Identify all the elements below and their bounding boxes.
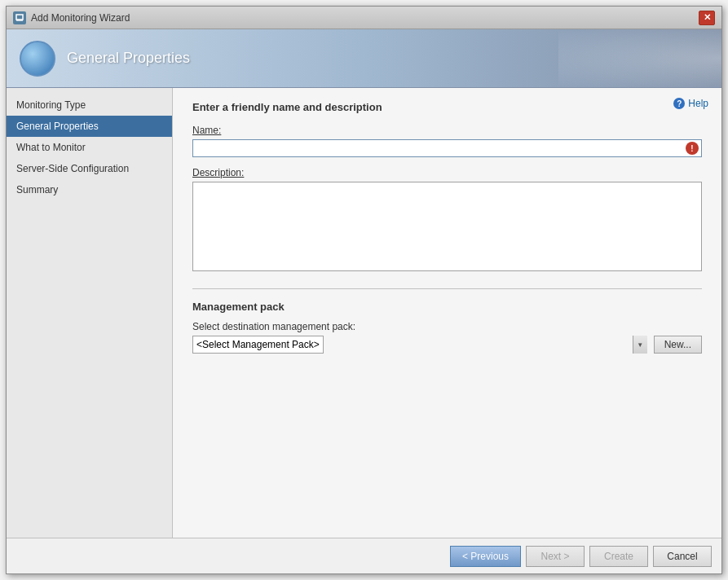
- description-label: Description:: [192, 167, 702, 178]
- help-label: Help: [688, 98, 708, 109]
- wizard-header-icon: [20, 41, 55, 77]
- name-error-icon: !: [686, 142, 699, 155]
- wizard-sidebar: Monitoring Type General Properties What …: [7, 88, 173, 538]
- wizard-header: General Properties: [7, 29, 721, 88]
- new-button[interactable]: New...: [654, 336, 702, 354]
- name-field-wrapper: !: [192, 139, 702, 157]
- title-bar: Add Monitoring Wizard ✕: [7, 7, 721, 29]
- close-button[interactable]: ✕: [699, 11, 715, 25]
- select-arrow-icon: ▼: [633, 336, 647, 354]
- name-label: Name:: [192, 125, 702, 136]
- select-row: <Select Management Pack> ▼ New...: [192, 336, 702, 354]
- create-button[interactable]: Create: [589, 546, 648, 567]
- header-bg-decoration: [558, 29, 721, 87]
- help-link[interactable]: ? Help: [673, 98, 708, 109]
- sidebar-item-server-side-configuration[interactable]: Server-Side Configuration: [7, 158, 172, 179]
- sidebar-item-monitoring-type[interactable]: Monitoring Type: [7, 94, 172, 116]
- sidebar-item-summary[interactable]: Summary: [7, 179, 172, 200]
- help-icon: ?: [673, 98, 685, 109]
- description-textarea[interactable]: [192, 182, 702, 271]
- wizard-header-title: General Properties: [67, 50, 190, 67]
- wizard-footer: < Previous Next > Create Cancel: [7, 538, 721, 573]
- management-pack-select[interactable]: <Select Management Pack>: [192, 336, 324, 354]
- management-pack-title: Management pack: [192, 301, 702, 313]
- cancel-button[interactable]: Cancel: [653, 546, 712, 567]
- wizard-window: Add Monitoring Wizard ✕ General Properti…: [6, 6, 722, 574]
- svg-rect-0: [16, 15, 23, 20]
- next-button[interactable]: Next >: [526, 546, 585, 567]
- title-bar-text: Add Monitoring Wizard: [31, 12, 699, 24]
- wizard-body: Monitoring Type General Properties What …: [7, 88, 721, 538]
- wizard-main: ? Help Enter a friendly name and descrip…: [173, 88, 721, 538]
- select-wrapper: <Select Management Pack> ▼: [192, 336, 647, 354]
- name-input[interactable]: [192, 139, 702, 157]
- section-divider: [192, 288, 702, 289]
- sidebar-item-what-to-monitor[interactable]: What to Monitor: [7, 137, 172, 158]
- section-title: Enter a friendly name and description: [192, 101, 702, 113]
- previous-button[interactable]: < Previous: [450, 546, 521, 567]
- title-bar-icon: [13, 11, 26, 24]
- sidebar-item-general-properties[interactable]: General Properties: [7, 116, 172, 137]
- select-destination-label: Select destination management pack:: [192, 321, 702, 332]
